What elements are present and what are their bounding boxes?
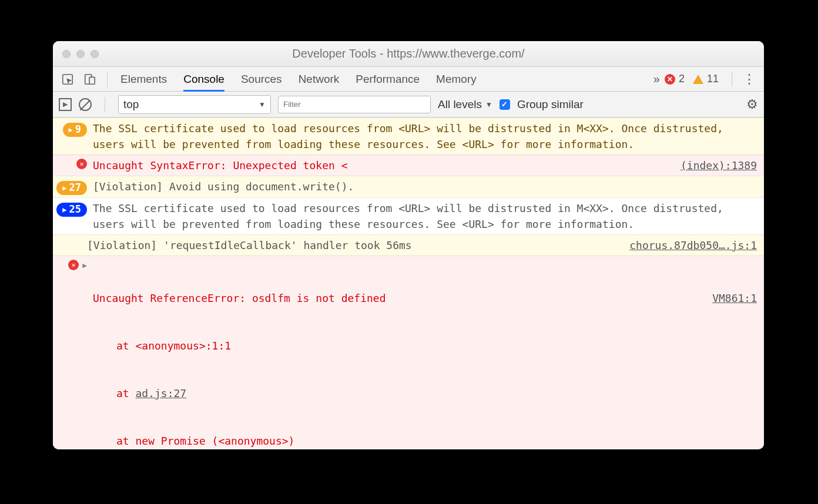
svg-rect-2 (89, 77, 95, 84)
devtools-window: Developer Tools - https://www.theverge.c… (53, 41, 764, 449)
repeat-count-badge: ▶9 (63, 123, 87, 137)
error-icon: ✕ (68, 260, 79, 270)
console-output[interactable]: ▶9 The SSL certificate used to load reso… (53, 117, 764, 449)
divider (105, 97, 105, 112)
titlebar: Developer Tools - https://www.theverge.c… (53, 41, 764, 67)
log-levels-select[interactable]: All levels ▼ (438, 98, 492, 111)
close-window-button[interactable] (62, 50, 71, 58)
console-message[interactable]: ▶27 [Violation] Avoid using document.wri… (53, 176, 764, 197)
tab-performance[interactable]: Performance (356, 67, 420, 91)
clear-console-icon[interactable] (79, 98, 92, 111)
device-toolbar-icon[interactable] (81, 70, 99, 88)
tab-network[interactable]: Network (299, 67, 340, 91)
error-count: 2 (679, 73, 685, 85)
group-similar-label: Group similar (517, 98, 584, 111)
stack-frame: at new Promise (<anonymous>) (93, 433, 757, 449)
tab-sources[interactable]: Sources (241, 67, 282, 91)
execution-context-select[interactable]: top ▼ (118, 95, 271, 114)
toggle-sidebar-icon[interactable]: ▶ (59, 98, 72, 111)
stack-frame: at ad.js:27 (93, 385, 757, 401)
status-summary[interactable]: ✕ 2 11 (665, 73, 719, 85)
console-message[interactable]: ✕▶ Uncaught ReferenceError: osdlfm is no… (53, 256, 764, 449)
source-link[interactable]: chorus.87db050….js:1 (629, 237, 757, 253)
tab-memory[interactable]: Memory (436, 67, 477, 91)
console-settings-icon[interactable]: ⚙ (746, 97, 758, 112)
source-link[interactable]: VM861:1 (712, 290, 757, 306)
inspect-element-icon[interactable] (59, 70, 76, 88)
warning-icon (693, 75, 703, 84)
message-text: Uncaught SyntaxError: Unexpected token < (93, 157, 665, 173)
repeat-count-badge: ▶25 (56, 203, 87, 217)
console-toolbar: ▶ top ▼ All levels ▼ ✓ Group similar ⚙ (53, 92, 764, 117)
tab-elements[interactable]: Elements (120, 67, 167, 91)
message-text: [Violation] Avoid using document.write()… (93, 179, 757, 194)
group-similar-checkbox[interactable]: ✓ (499, 99, 510, 110)
filter-input[interactable] (278, 96, 431, 113)
console-message[interactable]: ▶9 The SSL certificate used to load reso… (53, 117, 764, 154)
message-text: Uncaught ReferenceError: osdlfm is not d… (93, 258, 757, 449)
console-message[interactable]: ✕ Uncaught SyntaxError: Unexpected token… (53, 154, 764, 176)
chevron-down-icon: ▼ (259, 100, 266, 109)
tab-console[interactable]: Console (183, 67, 224, 91)
repeat-count-badge: ▶27 (56, 181, 87, 195)
console-message[interactable]: [Violation] 'requestIdleCallback' handle… (53, 234, 764, 256)
message-text: [Violation] 'requestIdleCallback' handle… (87, 237, 614, 253)
stack-frame: at <anonymous>:1:1 (93, 338, 757, 354)
levels-label: All levels (438, 98, 482, 111)
panel-tabbar: Elements Console Sources Network Perform… (53, 67, 764, 92)
message-text: The SSL certificate used to load resourc… (93, 120, 757, 152)
stack-link[interactable]: ad.js:27 (136, 387, 187, 399)
error-icon: ✕ (76, 159, 87, 169)
more-tabs-icon[interactable]: » (653, 72, 660, 86)
console-message[interactable]: ▶25 The SSL certificate used to load res… (53, 197, 764, 234)
zoom-window-button[interactable] (90, 50, 99, 58)
context-value: top (123, 98, 139, 111)
expand-icon[interactable]: ▶ (82, 260, 87, 271)
window-controls (53, 50, 99, 58)
settings-menu-icon[interactable]: ⋮ (738, 72, 760, 87)
minimize-window-button[interactable] (76, 50, 85, 58)
warning-count: 11 (707, 73, 719, 85)
source-link[interactable]: (index):1389 (680, 157, 757, 173)
error-icon: ✕ (665, 74, 675, 85)
chevron-down-icon: ▼ (485, 100, 492, 109)
panel-tabs: Elements Console Sources Network Perform… (120, 67, 649, 91)
divider (107, 72, 108, 87)
divider (732, 72, 732, 87)
message-text: The SSL certificate used to load resourc… (93, 200, 757, 232)
window-title: Developer Tools - https://www.theverge.c… (53, 47, 764, 61)
